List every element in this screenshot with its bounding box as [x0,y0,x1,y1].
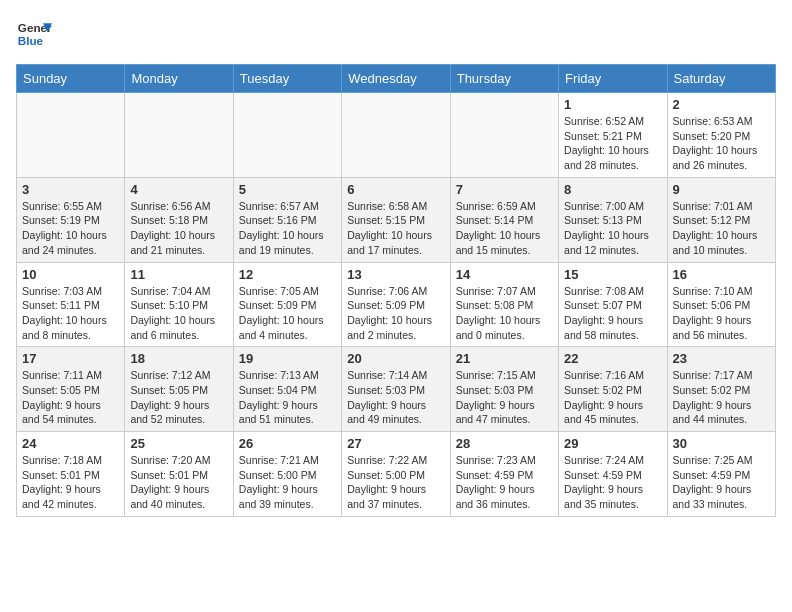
day-number: 26 [239,436,336,451]
day-info: Sunrise: 7:16 AM Sunset: 5:02 PM Dayligh… [564,368,661,427]
calendar-week-row: 24Sunrise: 7:18 AM Sunset: 5:01 PM Dayli… [17,432,776,517]
day-info: Sunrise: 7:23 AM Sunset: 4:59 PM Dayligh… [456,453,553,512]
calendar-cell [450,93,558,178]
day-number: 23 [673,351,770,366]
day-number: 21 [456,351,553,366]
calendar-cell: 13Sunrise: 7:06 AM Sunset: 5:09 PM Dayli… [342,262,450,347]
calendar-cell: 18Sunrise: 7:12 AM Sunset: 5:05 PM Dayli… [125,347,233,432]
day-info: Sunrise: 7:03 AM Sunset: 5:11 PM Dayligh… [22,284,119,343]
weekday-header-tuesday: Tuesday [233,65,341,93]
calendar-table: SundayMondayTuesdayWednesdayThursdayFrid… [16,64,776,517]
weekday-header-friday: Friday [559,65,667,93]
logo-icon: General Blue [16,16,52,52]
day-info: Sunrise: 7:07 AM Sunset: 5:08 PM Dayligh… [456,284,553,343]
day-info: Sunrise: 7:18 AM Sunset: 5:01 PM Dayligh… [22,453,119,512]
calendar-cell [125,93,233,178]
day-info: Sunrise: 7:24 AM Sunset: 4:59 PM Dayligh… [564,453,661,512]
day-number: 20 [347,351,444,366]
day-number: 6 [347,182,444,197]
calendar-week-row: 1Sunrise: 6:52 AM Sunset: 5:21 PM Daylig… [17,93,776,178]
day-info: Sunrise: 7:01 AM Sunset: 5:12 PM Dayligh… [673,199,770,258]
calendar-cell: 10Sunrise: 7:03 AM Sunset: 5:11 PM Dayli… [17,262,125,347]
day-number: 4 [130,182,227,197]
day-number: 11 [130,267,227,282]
calendar-cell: 4Sunrise: 6:56 AM Sunset: 5:18 PM Daylig… [125,177,233,262]
calendar-week-row: 10Sunrise: 7:03 AM Sunset: 5:11 PM Dayli… [17,262,776,347]
day-info: Sunrise: 7:10 AM Sunset: 5:06 PM Dayligh… [673,284,770,343]
calendar-cell: 14Sunrise: 7:07 AM Sunset: 5:08 PM Dayli… [450,262,558,347]
day-info: Sunrise: 7:15 AM Sunset: 5:03 PM Dayligh… [456,368,553,427]
calendar-cell: 12Sunrise: 7:05 AM Sunset: 5:09 PM Dayli… [233,262,341,347]
calendar-cell [342,93,450,178]
day-number: 12 [239,267,336,282]
calendar-cell: 20Sunrise: 7:14 AM Sunset: 5:03 PM Dayli… [342,347,450,432]
day-number: 15 [564,267,661,282]
calendar-cell: 8Sunrise: 7:00 AM Sunset: 5:13 PM Daylig… [559,177,667,262]
calendar-cell: 5Sunrise: 6:57 AM Sunset: 5:16 PM Daylig… [233,177,341,262]
day-number: 14 [456,267,553,282]
calendar-cell: 22Sunrise: 7:16 AM Sunset: 5:02 PM Dayli… [559,347,667,432]
day-info: Sunrise: 6:55 AM Sunset: 5:19 PM Dayligh… [22,199,119,258]
page-header: General Blue [16,16,776,52]
day-number: 19 [239,351,336,366]
calendar-cell: 28Sunrise: 7:23 AM Sunset: 4:59 PM Dayli… [450,432,558,517]
calendar-week-row: 3Sunrise: 6:55 AM Sunset: 5:19 PM Daylig… [17,177,776,262]
weekday-header-wednesday: Wednesday [342,65,450,93]
calendar-cell: 2Sunrise: 6:53 AM Sunset: 5:20 PM Daylig… [667,93,775,178]
calendar-cell: 23Sunrise: 7:17 AM Sunset: 5:02 PM Dayli… [667,347,775,432]
weekday-header-monday: Monday [125,65,233,93]
calendar-cell: 30Sunrise: 7:25 AM Sunset: 4:59 PM Dayli… [667,432,775,517]
calendar-cell [233,93,341,178]
weekday-header-row: SundayMondayTuesdayWednesdayThursdayFrid… [17,65,776,93]
day-info: Sunrise: 7:25 AM Sunset: 4:59 PM Dayligh… [673,453,770,512]
day-number: 13 [347,267,444,282]
day-info: Sunrise: 7:00 AM Sunset: 5:13 PM Dayligh… [564,199,661,258]
day-number: 7 [456,182,553,197]
day-info: Sunrise: 7:22 AM Sunset: 5:00 PM Dayligh… [347,453,444,512]
day-info: Sunrise: 6:52 AM Sunset: 5:21 PM Dayligh… [564,114,661,173]
day-info: Sunrise: 6:53 AM Sunset: 5:20 PM Dayligh… [673,114,770,173]
day-info: Sunrise: 7:05 AM Sunset: 5:09 PM Dayligh… [239,284,336,343]
day-info: Sunrise: 7:14 AM Sunset: 5:03 PM Dayligh… [347,368,444,427]
day-info: Sunrise: 7:08 AM Sunset: 5:07 PM Dayligh… [564,284,661,343]
weekday-header-thursday: Thursday [450,65,558,93]
day-info: Sunrise: 6:59 AM Sunset: 5:14 PM Dayligh… [456,199,553,258]
calendar-cell: 15Sunrise: 7:08 AM Sunset: 5:07 PM Dayli… [559,262,667,347]
day-number: 10 [22,267,119,282]
day-number: 22 [564,351,661,366]
calendar-cell: 3Sunrise: 6:55 AM Sunset: 5:19 PM Daylig… [17,177,125,262]
day-info: Sunrise: 7:17 AM Sunset: 5:02 PM Dayligh… [673,368,770,427]
day-number: 1 [564,97,661,112]
day-number: 8 [564,182,661,197]
day-number: 17 [22,351,119,366]
day-number: 30 [673,436,770,451]
weekday-header-sunday: Sunday [17,65,125,93]
calendar-cell: 9Sunrise: 7:01 AM Sunset: 5:12 PM Daylig… [667,177,775,262]
day-info: Sunrise: 7:20 AM Sunset: 5:01 PM Dayligh… [130,453,227,512]
calendar-cell [17,93,125,178]
day-number: 2 [673,97,770,112]
calendar-cell: 19Sunrise: 7:13 AM Sunset: 5:04 PM Dayli… [233,347,341,432]
calendar-cell: 6Sunrise: 6:58 AM Sunset: 5:15 PM Daylig… [342,177,450,262]
logo: General Blue [16,16,52,52]
calendar-cell: 16Sunrise: 7:10 AM Sunset: 5:06 PM Dayli… [667,262,775,347]
calendar-cell: 24Sunrise: 7:18 AM Sunset: 5:01 PM Dayli… [17,432,125,517]
day-info: Sunrise: 7:06 AM Sunset: 5:09 PM Dayligh… [347,284,444,343]
day-info: Sunrise: 7:21 AM Sunset: 5:00 PM Dayligh… [239,453,336,512]
day-number: 25 [130,436,227,451]
calendar-cell: 25Sunrise: 7:20 AM Sunset: 5:01 PM Dayli… [125,432,233,517]
day-info: Sunrise: 7:11 AM Sunset: 5:05 PM Dayligh… [22,368,119,427]
calendar-cell: 7Sunrise: 6:59 AM Sunset: 5:14 PM Daylig… [450,177,558,262]
weekday-header-saturday: Saturday [667,65,775,93]
day-info: Sunrise: 6:58 AM Sunset: 5:15 PM Dayligh… [347,199,444,258]
day-info: Sunrise: 7:13 AM Sunset: 5:04 PM Dayligh… [239,368,336,427]
calendar-cell: 1Sunrise: 6:52 AM Sunset: 5:21 PM Daylig… [559,93,667,178]
calendar-cell: 21Sunrise: 7:15 AM Sunset: 5:03 PM Dayli… [450,347,558,432]
day-info: Sunrise: 6:57 AM Sunset: 5:16 PM Dayligh… [239,199,336,258]
calendar-cell: 29Sunrise: 7:24 AM Sunset: 4:59 PM Dayli… [559,432,667,517]
day-info: Sunrise: 6:56 AM Sunset: 5:18 PM Dayligh… [130,199,227,258]
calendar-cell: 11Sunrise: 7:04 AM Sunset: 5:10 PM Dayli… [125,262,233,347]
day-number: 28 [456,436,553,451]
calendar-cell: 27Sunrise: 7:22 AM Sunset: 5:00 PM Dayli… [342,432,450,517]
day-number: 18 [130,351,227,366]
